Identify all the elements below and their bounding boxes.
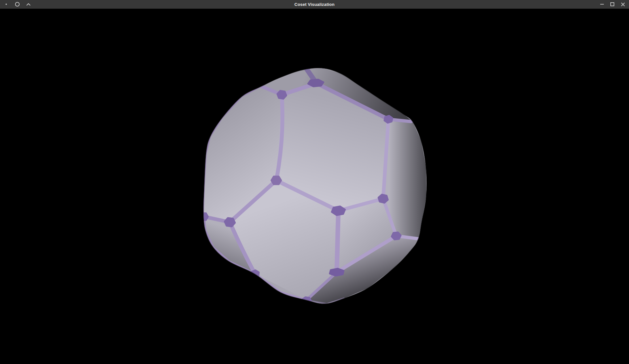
render-viewport[interactable] [0,9,629,364]
coset-polyhedron-canvas[interactable] [0,0,629,364]
